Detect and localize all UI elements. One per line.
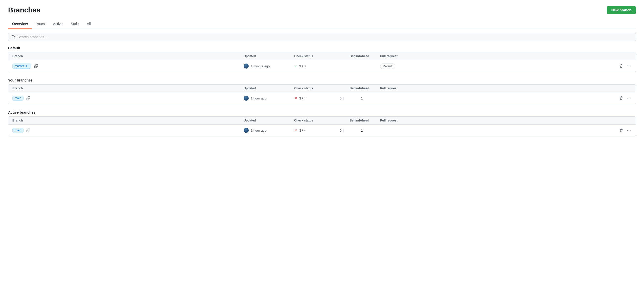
check-status-text-main-yb: 3 / 4 — [299, 96, 306, 100]
table-row: master111 1 minute ago 3 / 3 — [8, 60, 636, 72]
ahead-num-main-yb: 1 — [360, 96, 363, 100]
more-options-button-main-yb[interactable] — [626, 95, 632, 101]
avatar-master111 — [244, 64, 249, 69]
branch-cell-main-yb: main — [12, 96, 244, 101]
header-branch-yb: Branch — [12, 87, 244, 90]
header-check-yb: Check status — [294, 87, 340, 90]
delete-branch-button-main-yb[interactable] — [618, 95, 624, 101]
ahead-num-main-ab: 1 — [360, 129, 363, 132]
check-status-cell-master111: 3 / 3 — [294, 64, 340, 68]
header-actions — [611, 54, 632, 58]
trash-icon — [619, 64, 623, 68]
updated-cell-main-ab: 1 hour ago — [244, 128, 294, 133]
updated-time-main-yb: 1 hour ago — [251, 96, 266, 100]
search-input[interactable] — [17, 35, 633, 39]
copy-icon-yb — [27, 96, 30, 100]
tab-stale[interactable]: Stale — [67, 19, 83, 29]
search-icon — [11, 35, 15, 39]
check-status-text-main-ab: 3 / 4 — [299, 129, 306, 132]
pull-request-cell-master111: Default — [380, 64, 611, 68]
table-row-main-yb: main 1 hour ago 3 / 4 0 | — [8, 92, 636, 104]
behind-num-main-ab: 0 — [340, 129, 342, 132]
copy-icon-ab — [27, 129, 30, 132]
copy-branch-button-master111[interactable] — [33, 64, 39, 68]
more-options-button-master111[interactable] — [626, 63, 632, 69]
ahead-cell-main-yb: 1 — [360, 96, 380, 100]
delete-branch-button-main-ab[interactable] — [618, 128, 624, 133]
header-behind-yb: Behind — [340, 87, 360, 90]
page-header: Branches New branch — [8, 6, 636, 14]
header-behind-ab: Behind — [340, 119, 360, 122]
branch-table-your-branches: Branch Updated Check status Behind Ahead… — [8, 84, 636, 104]
page-title: Branches — [8, 6, 40, 14]
delete-branch-button-master111[interactable] — [618, 63, 624, 69]
behind-cell-main-ab: 0 | — [340, 129, 360, 132]
updated-cell-master111: 1 minute ago — [244, 64, 294, 69]
check-status-cell-main-ab: 3 / 4 — [294, 129, 340, 132]
header-actions-ab — [611, 119, 632, 122]
section-title-your-branches: Your branches — [8, 78, 636, 82]
branch-name-main-yb[interactable]: main — [12, 96, 24, 101]
header-pr-ab: Pull request — [380, 119, 611, 122]
header-ahead-ab: Ahead — [360, 119, 380, 122]
branch-name-master111[interactable]: master111 — [12, 64, 31, 69]
avatar-main-ab — [244, 128, 249, 133]
actions-cell-main-yb — [611, 95, 632, 101]
tab-all[interactable]: All — [83, 19, 95, 29]
table-row-main-ab: main 1 hour ago 3 / 4 0 | — [8, 125, 636, 136]
avatar-main-yb — [244, 96, 249, 101]
table-header-active-branches: Branch Updated Check status Behind Ahead… — [8, 117, 636, 125]
section-default: Default Branch Updated Check status Behi… — [8, 46, 636, 72]
header-check-status: Check status — [294, 54, 340, 58]
check-success-icon — [294, 64, 298, 68]
branch-cell-master111: master111 — [12, 64, 244, 69]
header-ahead: Ahead — [360, 54, 380, 58]
search-container — [8, 33, 636, 41]
updated-cell-main-yb: 1 hour ago — [244, 96, 294, 101]
check-status-text-master111: 3 / 3 — [299, 64, 306, 68]
tab-active[interactable]: Active — [49, 19, 67, 29]
behind-num-main-yb: 0 — [340, 96, 342, 100]
copy-branch-button-main-yb[interactable] — [26, 96, 31, 100]
header-behind: Behind — [340, 54, 360, 58]
section-your-branches: Your branches Branch Updated Check statu… — [8, 78, 636, 104]
header-pull-request: Pull request — [380, 54, 611, 58]
table-header-default: Branch Updated Check status Behind Ahead… — [8, 52, 636, 60]
copy-branch-button-main-ab[interactable] — [26, 128, 31, 133]
section-title-active-branches: Active branches — [8, 110, 636, 114]
search-box — [8, 33, 636, 41]
header-branch: Branch — [12, 54, 244, 58]
ellipsis-icon-ab — [627, 129, 631, 132]
header-check-ab: Check status — [294, 119, 340, 122]
header-updated-yb: Updated — [244, 87, 294, 90]
section-active-branches: Active branches Branch Updated Check sta… — [8, 110, 636, 136]
default-badge: Default — [380, 64, 395, 69]
actions-cell-main-ab — [611, 128, 632, 133]
more-options-button-main-ab[interactable] — [626, 128, 632, 133]
behind-ahead-divider-ab: | — [342, 129, 344, 132]
branch-cell-main-ab: main — [12, 128, 244, 133]
updated-time-master111: 1 minute ago — [251, 64, 270, 68]
ahead-cell-main-ab: 1 — [360, 129, 380, 132]
ellipsis-icon-yb — [627, 96, 631, 100]
tab-yours[interactable]: Yours — [32, 19, 49, 29]
check-status-cell-main-yb: 3 / 4 — [294, 96, 340, 100]
trash-icon-yb — [619, 96, 623, 100]
branch-name-main-ab[interactable]: main — [12, 128, 24, 133]
new-branch-button[interactable]: New branch — [607, 6, 636, 14]
header-updated: Updated — [244, 54, 294, 58]
trash-icon-ab — [619, 129, 623, 132]
tab-overview[interactable]: Overview — [8, 19, 32, 29]
check-fail-icon-ab — [294, 129, 298, 132]
header-updated-ab: Updated — [244, 119, 294, 122]
check-fail-icon-yb — [294, 96, 298, 100]
ellipsis-icon — [627, 64, 631, 68]
section-title-default: Default — [8, 46, 636, 50]
updated-time-main-ab: 1 hour ago — [251, 129, 266, 132]
header-ahead-yb: Ahead — [360, 87, 380, 90]
table-header-your-branches: Branch Updated Check status Behind Ahead… — [8, 85, 636, 92]
behind-cell-main-yb: 0 | — [340, 96, 360, 100]
tabs-bar: Overview Yours Active Stale All — [8, 19, 636, 29]
header-pr-yb: Pull request — [380, 87, 611, 90]
branch-table-default: Branch Updated Check status Behind Ahead… — [8, 52, 636, 72]
